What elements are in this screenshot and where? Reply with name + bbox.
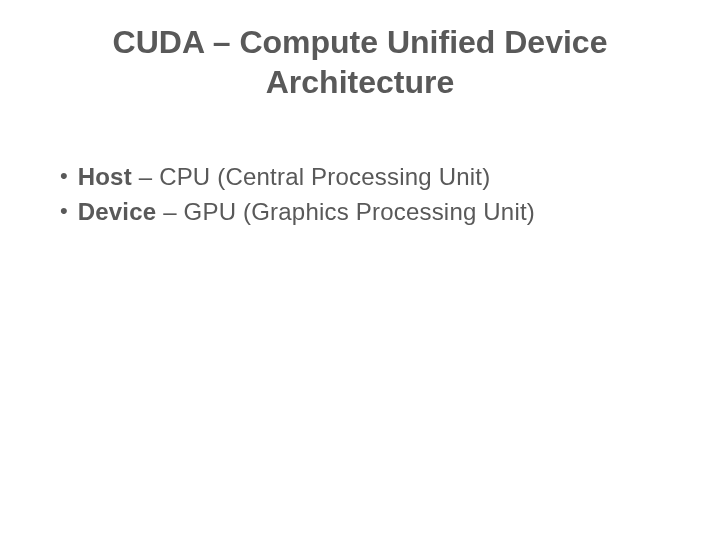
list-item-term: Host bbox=[78, 163, 132, 190]
list-item: • Host – CPU (Central Processing Unit) bbox=[60, 160, 670, 195]
list-item-desc: – CPU (Central Processing Unit) bbox=[132, 163, 491, 190]
list-item-term: Device bbox=[78, 198, 157, 225]
slide-title: CUDA – Compute Unified Device Architectu… bbox=[50, 22, 670, 102]
bullet-icon: • bbox=[60, 160, 68, 192]
list-item-text: Host – CPU (Central Processing Unit) bbox=[78, 160, 491, 195]
list-item: • Device – GPU (Graphics Processing Unit… bbox=[60, 195, 670, 230]
bullet-icon: • bbox=[60, 195, 68, 227]
list-item-text: Device – GPU (Graphics Processing Unit) bbox=[78, 195, 535, 230]
list-item-desc: – GPU (Graphics Processing Unit) bbox=[156, 198, 535, 225]
slide-content: • Host – CPU (Central Processing Unit) •… bbox=[50, 160, 670, 230]
